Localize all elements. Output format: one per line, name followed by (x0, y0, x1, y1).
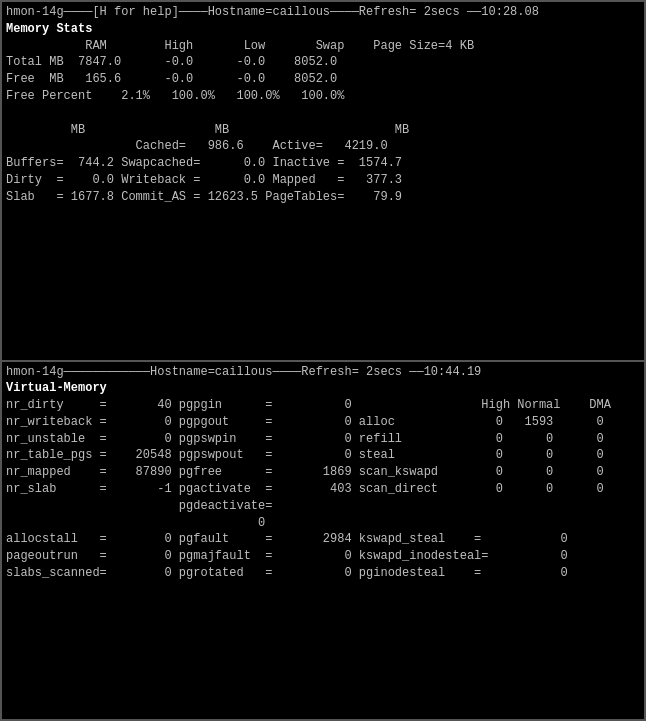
mb-headers: MB MB MB (6, 122, 640, 139)
vm-line-4: nr_table_pgs = 20548 pgpswpout = 0 steal… (6, 447, 640, 464)
vm-line-3: nr_unstable = 0 pgpswpin = 0 refill 0 0 … (6, 431, 640, 448)
bottom-header: hmon-14g————————————Hostname=caillous———… (6, 364, 640, 381)
vm-line-11: slabs_scanned= 0 pgrotated = 0 pginodest… (6, 565, 640, 582)
memory-stats-panel: hmon-14g————[H for help]————Hostname=cai… (2, 2, 644, 360)
virtual-memory-panel: hmon-14g————————————Hostname=caillous———… (2, 362, 644, 720)
terminal: hmon-14g————[H for help]————Hostname=cai… (0, 0, 646, 721)
col-headers: RAM High Low Swap Page Size=4 KB (6, 38, 640, 55)
virtual-memory-title: Virtual-Memory (6, 380, 640, 397)
free-percent-line: Free Percent 2.1% 100.0% 100.0% 100.0% (6, 88, 640, 105)
total-mb-line: Total MB 7847.0 -0.0 -0.0 8052.0 (6, 54, 640, 71)
vm-line-10: pageoutrun = 0 pgmajfault = 0 kswapd_ino… (6, 548, 640, 565)
blank1 (6, 105, 640, 122)
dirty-line: Dirty = 0.0 Writeback = 0.0 Mapped = 377… (6, 172, 640, 189)
vm-line-9: allocstall = 0 pgfault = 2984 kswapd_ste… (6, 531, 640, 548)
buffers-line: Buffers= 744.2 Swapcached= 0.0 Inactive … (6, 155, 640, 172)
cached-active-line: Cached= 986.6 Active= 4219.0 (6, 138, 640, 155)
memory-stats-title: Memory Stats (6, 21, 640, 38)
free-mb-line: Free MB 165.6 -0.0 -0.0 8052.0 (6, 71, 640, 88)
vm-line-6: nr_slab = -1 pgactivate = 403 scan_direc… (6, 481, 640, 498)
vm-line-8: 0 (6, 515, 640, 532)
top-header: hmon-14g————[H for help]————Hostname=cai… (6, 4, 640, 21)
vm-line-2: nr_writeback = 0 pgpgout = 0 alloc 0 159… (6, 414, 640, 431)
vm-line-7: pgdeactivate= (6, 498, 640, 515)
vm-line-1: nr_dirty = 40 pgpgin = 0 High Normal DMA (6, 397, 640, 414)
vm-line-5: nr_mapped = 87890 pgfree = 1869 scan_ksw… (6, 464, 640, 481)
slab-line: Slab = 1677.8 Commit_AS = 12623.5 PageTa… (6, 189, 640, 206)
